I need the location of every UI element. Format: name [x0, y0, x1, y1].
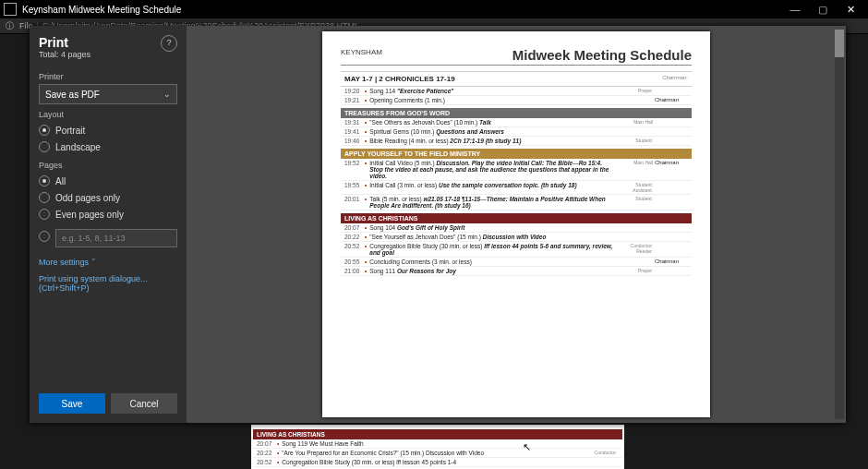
more-settings-link[interactable]: More settings ˅ — [39, 258, 177, 267]
help-icon[interactable]: ? — [161, 35, 177, 52]
preview-page-1: KEYNSHAM Midweek Meeting Schedule MAY 1-… — [322, 31, 710, 417]
layout-portrait-radio[interactable]: Portrait — [39, 125, 177, 136]
schedule-row: 20:55•Concluding Comments (3 min. or les… — [341, 258, 692, 267]
schedule-row: 20:52•Congregation Bible Study (30 min. … — [341, 242, 692, 258]
schedule-row: 19:20•Song 114 "Exercise Patience"Prayer… — [341, 87, 692, 96]
scrollbar-thumb[interactable] — [835, 30, 844, 57]
printer-label: Printer — [39, 72, 177, 81]
cancel-button[interactable]: Cancel — [111, 393, 177, 414]
close-button[interactable]: ✕ — [837, 4, 864, 16]
pages-custom-input[interactable]: e.g. 1-5, 8, 11-13 — [55, 229, 177, 247]
window-title: Keynsham Midweek Meeting Schedule — [22, 5, 181, 15]
save-button[interactable]: Save — [39, 393, 105, 414]
section-treasures: TREASURES FROM GOD'S WORD — [341, 108, 692, 118]
bg-section-living: LIVING AS CHRISTIANS — [253, 429, 622, 439]
schedule-row: 20:07•Song 104 God's Gift of Holy Spirit — [341, 223, 692, 233]
schedule-title: Midweek Meeting Schedule — [341, 47, 692, 66]
pages-odd-radio[interactable]: Odd pages only — [39, 192, 177, 203]
schedule-row: 19:52•Initial Call Video (5 min.) Discus… — [341, 159, 692, 181]
pages-custom-radio[interactable]: e.g. 1-5, 8, 11-13 — [39, 225, 177, 247]
pages-all-radio[interactable]: All — [39, 175, 177, 186]
week-header: MAY 1-7 | 2 CHRONICLES 17-19 Chairman: — [341, 71, 692, 87]
layout-label: Layout — [39, 110, 177, 119]
schedule-row: 21:00•Song 111 Our Reasons for JoyPrayer… — [341, 267, 692, 276]
mouse-cursor: ↖ — [523, 441, 531, 453]
print-title: Print — [39, 35, 177, 50]
print-preview-area: KEYNSHAM Midweek Meeting Schedule MAY 1-… — [187, 26, 846, 423]
schedule-row: 19:41•Spiritual Gems (10 min.) Questions… — [341, 127, 692, 137]
minimize-button[interactable]: — — [781, 4, 809, 15]
pages-even-radio[interactable]: Even pages only — [39, 209, 177, 220]
print-settings-panel: ? Print Total: 4 pages Printer Save as P… — [30, 26, 187, 423]
system-dialog-link[interactable]: Print using system dialogue... (Ctrl+Shi… — [39, 274, 177, 293]
schedule-row: 19:55•Initial Call (3 min. or less) Use … — [341, 181, 692, 195]
section-living: LIVING AS CHRISTIANS — [341, 213, 692, 223]
page-total: Total: 4 pages — [39, 50, 177, 59]
app-icon — [4, 3, 17, 16]
section-apply: APPLY YOURSELF TO THE FIELD MINISTRY — [341, 149, 692, 159]
window-titlebar: Keynsham Midweek Meeting Schedule — ▢ ✕ — [0, 0, 868, 18]
layout-landscape-radio[interactable]: Landscape — [39, 141, 177, 152]
preview-scrollbar[interactable] — [835, 30, 844, 419]
print-dialog: ? Print Total: 4 pages Printer Save as P… — [30, 26, 846, 423]
schedule-row: 20:22•"See Yourself as Jehovah Does" (15… — [341, 233, 692, 242]
schedule-row: 19:46•Bible Reading (4 min. or less) 2Ch… — [341, 137, 692, 146]
info-icon[interactable]: ⓘ — [6, 20, 14, 32]
maximize-button[interactable]: ▢ — [809, 4, 837, 16]
pages-label: Pages — [39, 161, 177, 170]
background-page-fragment: LIVING AS CHRISTIANS 20:07•Song 119 We M… — [251, 425, 624, 469]
schedule-row: 19:21•Opening Comments (1 min.)Chairman — [341, 96, 692, 105]
schedule-row: 20:01•Talk (5 min. or less) w21.05 17-18… — [341, 195, 692, 210]
printer-select[interactable]: Save as PDF ⌄ — [39, 84, 177, 104]
chevron-down-icon: ⌄ — [163, 90, 171, 99]
printer-value: Save as PDF — [45, 90, 100, 100]
schedule-row: 19:31•"See Others as Jehovah Does" (10 m… — [341, 118, 692, 127]
